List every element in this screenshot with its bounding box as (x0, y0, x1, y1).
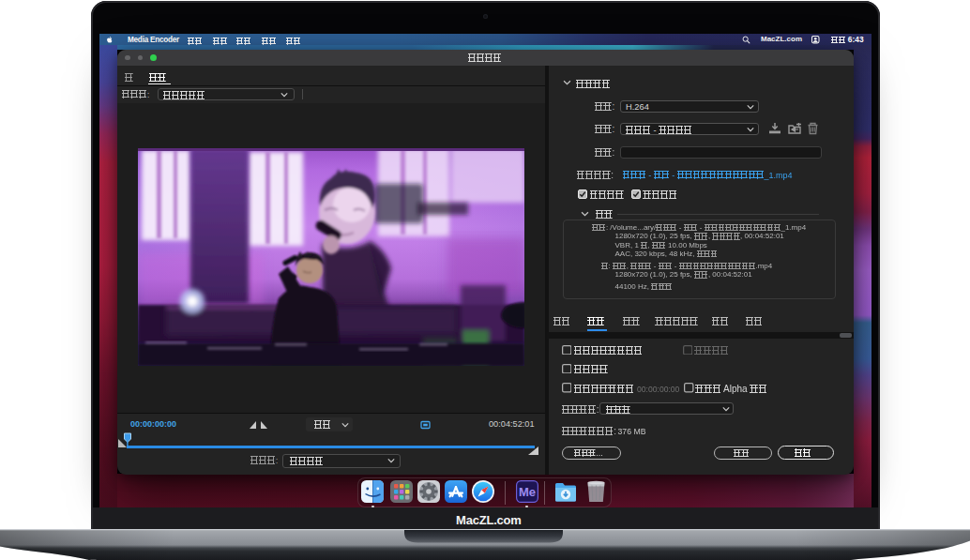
svg-text:Me: Me (519, 485, 536, 499)
